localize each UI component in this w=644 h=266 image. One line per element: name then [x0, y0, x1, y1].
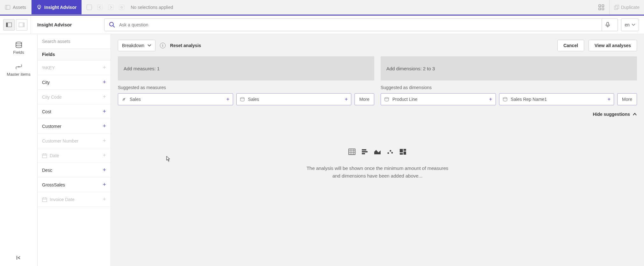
fields-list[interactable]: %KEY+ City+ City Code+ Cost+ Customer+ C… — [38, 60, 111, 266]
svg-rect-17 — [6, 23, 8, 27]
database-icon — [503, 97, 508, 102]
svg-rect-26 — [42, 154, 47, 158]
search-assets-input[interactable]: Search assets — [38, 34, 111, 49]
field-row[interactable]: GrossSales+ — [38, 178, 111, 192]
more-measures-button[interactable]: More — [354, 93, 374, 105]
assets-tab[interactable]: Assets — [0, 0, 32, 14]
svg-rect-50 — [404, 151, 406, 155]
add-chip-button[interactable]: + — [607, 96, 611, 102]
show-left-panel-button[interactable] — [3, 19, 15, 31]
measure-chips: Sales + Sales + More — [118, 93, 374, 105]
cancel-button[interactable]: Cancel — [557, 40, 584, 51]
field-row[interactable]: City Code+ — [38, 90, 111, 104]
add-field-button[interactable]: + — [103, 94, 106, 100]
svg-rect-37 — [349, 149, 355, 155]
add-field-button[interactable]: + — [103, 64, 106, 71]
svg-point-20 — [110, 22, 113, 26]
fields-panel: Search assets Fields %KEY+ City+ City Co… — [38, 34, 111, 266]
top-toolbar: Assets Insight Advisor No selections app… — [0, 0, 644, 15]
svg-rect-13 — [602, 8, 604, 10]
suggestion-chip[interactable]: Product Line + — [381, 93, 496, 105]
add-field-button[interactable]: + — [103, 181, 106, 188]
svg-line-21 — [113, 26, 115, 27]
add-field-button[interactable]: + — [103, 137, 106, 144]
dimension-chips: Product Line + Sales Rep Name1 + More — [381, 93, 637, 105]
add-field-button[interactable]: + — [103, 152, 106, 159]
nav-item-fields[interactable]: Fields — [0, 37, 37, 59]
control-row: Breakdown i Reset analysis Cancel View a… — [118, 40, 637, 51]
left-nav: Fields Master items — [0, 34, 38, 266]
add-field-button[interactable]: + — [103, 196, 106, 203]
clear-selection-icon[interactable] — [118, 4, 125, 11]
calendar-icon — [42, 197, 47, 202]
suggestion-chip[interactable]: Sales + — [118, 93, 233, 105]
table-icon — [348, 149, 355, 155]
panel-icon — [5, 5, 10, 10]
assets-label: Assets — [13, 5, 26, 10]
step-back-icon[interactable] — [96, 4, 104, 11]
language-selector[interactable]: en — [621, 18, 639, 31]
more-dimensions-button[interactable]: More — [617, 93, 637, 105]
add-chip-button[interactable]: + — [489, 96, 492, 102]
svg-point-47 — [391, 152, 393, 154]
info-icon[interactable]: i — [160, 43, 166, 48]
add-field-button[interactable]: + — [103, 108, 106, 115]
dimensions-drop-zone[interactable]: Add dimensions: 2 to 3 — [381, 56, 637, 80]
field-row[interactable]: Desc+ — [38, 163, 111, 178]
scatter-icon — [387, 149, 394, 155]
area-chart-icon — [374, 149, 381, 155]
database-icon — [240, 97, 245, 102]
microphone-button[interactable] — [602, 19, 613, 31]
nav-item-master-items[interactable]: Master items — [0, 59, 37, 81]
duplicate-button[interactable]: Duplicate — [609, 0, 644, 14]
field-row[interactable]: Customer Number+ — [38, 134, 111, 148]
field-row[interactable]: Date+ — [38, 148, 111, 163]
show-right-panel-button[interactable] — [16, 19, 27, 31]
add-field-button[interactable]: + — [103, 123, 106, 130]
field-row[interactable]: Cost+ — [38, 104, 111, 119]
search-input[interactable] — [119, 22, 598, 27]
suggested-measures-label: Suggested as measures — [118, 85, 374, 90]
view-all-analyses-button[interactable]: View all analyses — [589, 40, 637, 51]
search-icon — [109, 22, 115, 28]
hide-suggestions-button[interactable]: Hide suggestions — [593, 112, 637, 117]
collapse-panel-button[interactable] — [16, 255, 21, 260]
add-field-button[interactable]: + — [103, 79, 106, 86]
database-icon — [384, 97, 389, 102]
svg-point-45 — [388, 152, 389, 154]
suggestion-chip[interactable]: Sales + — [236, 93, 352, 105]
reset-analysis-button[interactable]: Reset analysis — [170, 43, 201, 48]
svg-point-34 — [240, 97, 244, 99]
fields-header: Fields — [38, 49, 111, 60]
svg-rect-44 — [362, 153, 365, 154]
database-icon — [15, 42, 22, 48]
analysis-type-dropdown[interactable]: Breakdown — [118, 40, 155, 51]
svg-rect-11 — [602, 5, 604, 7]
placeholder-message: The analysis will be shown once the mini… — [304, 164, 451, 180]
chevron-up-icon — [633, 113, 637, 116]
page-title: Insight Advisor — [31, 22, 104, 27]
nav-fields-label: Fields — [13, 50, 24, 55]
field-row[interactable]: %KEY+ — [38, 60, 111, 75]
add-chip-button[interactable]: + — [226, 96, 230, 102]
chevron-down-icon — [632, 24, 635, 26]
selection-tool-icon[interactable] — [85, 4, 93, 11]
duplicate-label: Duplicate — [621, 5, 640, 10]
svg-rect-4 — [87, 5, 92, 10]
step-forward-icon[interactable] — [107, 4, 115, 11]
grid-icon[interactable] — [598, 4, 604, 10]
suggestion-chip[interactable]: Sales Rep Name1 + — [499, 93, 614, 105]
chart-type-icons — [348, 149, 406, 155]
measures-drop-zone[interactable]: Add measures: 1 — [118, 56, 374, 80]
svg-rect-22 — [607, 22, 609, 25]
svg-rect-30 — [42, 198, 47, 202]
field-row[interactable]: Invoice Date+ — [38, 192, 111, 207]
field-row[interactable]: Customer+ — [38, 119, 111, 134]
add-chip-button[interactable]: + — [345, 96, 348, 102]
field-row[interactable]: City+ — [38, 75, 111, 90]
main-area: Fields Master items Search assets Fields… — [0, 34, 644, 266]
insight-advisor-label: Insight Advisor — [44, 5, 76, 10]
insight-advisor-tab[interactable]: Insight Advisor — [32, 0, 82, 14]
add-field-button[interactable]: + — [103, 167, 106, 173]
svg-point-24 — [16, 42, 22, 44]
